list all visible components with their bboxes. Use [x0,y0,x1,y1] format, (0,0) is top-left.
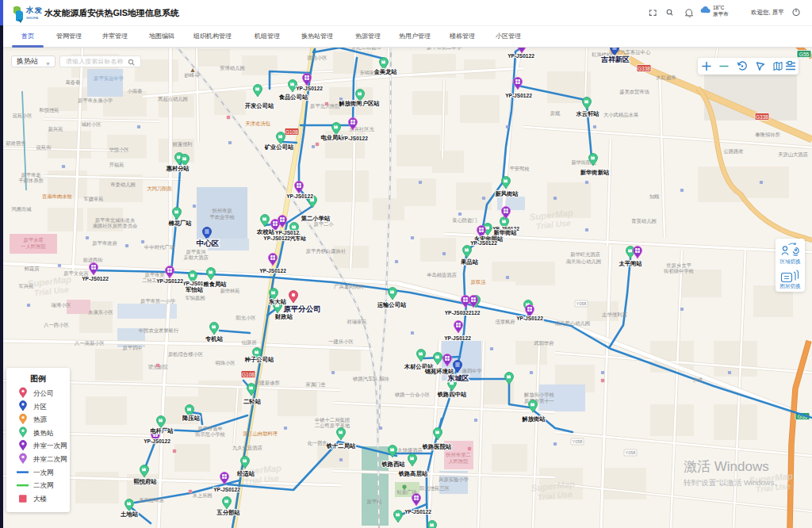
svg-text:盛美农贸市场: 盛美农贸市场 [619,89,649,95]
svg-text:G108: G108 [285,129,298,135]
svg-text:铁路高层站: 铁路高层站 [398,470,428,477]
svg-text:兴原实验小学: 兴原实验小学 [439,476,469,482]
svg-text:种子公司站: 种子公司站 [244,356,274,363]
svg-text:阳光小区: 阳光小区 [236,315,256,321]
svg-text:京都大酒店: 京都大酒店 [183,254,209,261]
svg-text:铁十二局站: 铁十二局站 [326,442,356,450]
svg-text:前进西街: 前进西街 [82,257,103,263]
svg-text:YP-JS0122: YP-JS0122 [286,193,313,199]
svg-text:军怡嘉园: 军怡嘉园 [185,295,205,301]
svg-text:原平市: 原平市 [713,11,729,17]
svg-text:棉花厂站: 棉花厂站 [167,220,192,227]
svg-text:文久快捷酒店: 文久快捷酒店 [393,447,423,453]
svg-text:一建乐小区: 一建乐小区 [328,339,354,345]
svg-text:原平市永康小学: 原平市永康小学 [78,98,113,104]
svg-text:YP-JS0122: YP-JS0122 [505,93,532,98]
svg-text:解放街站: 解放街站 [521,415,546,423]
svg-text:平安驾校: 平安驾校 [509,166,530,171]
svg-text:图层切换: 图层切换 [780,283,802,289]
svg-text:新华林苑: 新华林苑 [220,288,239,294]
svg-text:团结小区: 团结小区 [307,55,327,61]
svg-text:第二小学站: 第二小学站 [301,215,331,222]
svg-text:祥瑞家苑: 祥瑞家苑 [347,319,366,325]
svg-text:原平市第一小学: 原平市第一小学 [140,298,176,304]
svg-text:军嫂家苑: 军嫂家苑 [83,196,103,202]
svg-text:原双活: 原双活 [471,279,487,285]
svg-text:天津道汤包: 天津道汤包 [245,121,270,127]
svg-text:黄心防盗门: 黄心防盗门 [452,217,477,224]
svg-text:原平实达中学: 原平实达中学 [94,75,124,82]
svg-text:大小武精品水果: 大小武精品水果 [603,112,639,118]
svg-text:广兴薯药饲料: 广兴薯药饲料 [334,284,364,290]
svg-text:康四中学: 康四中学 [462,368,482,374]
svg-text:伍篁枫府: 伍篁枫府 [495,319,515,325]
svg-text:运输公司站: 运输公司站 [377,301,407,308]
svg-text:金美龙站: 金美龙站 [373,68,397,75]
svg-text:九久优选酒店: 九久优选酒店 [232,445,262,451]
svg-text:铁路汽车队.招待: 铁路汽车队.招待 [352,376,389,382]
svg-text:南关爱心幼儿园: 南关爱心幼儿园 [555,320,590,327]
svg-text:忻州市原: 忻州市原 [211,208,232,213]
svg-text:军怡站: 军怡站 [186,286,204,293]
svg-text:开发公司站: 开发公司站 [244,102,274,109]
svg-text:YP-JS0322122: YP-JS0322122 [445,310,481,316]
svg-text:设苑小区: 设苑小区 [12,113,33,119]
svg-text:二公司原平基地: 二公司原平基地 [315,423,350,428]
svg-text:熙悦府站: 熙悦府站 [133,478,157,485]
svg-text:安博幼儿园: 安博幼儿园 [220,65,244,71]
svg-text:土地站: 土地站 [120,511,139,518]
svg-text:YP-JS0122: YP-JS0122 [404,509,431,515]
svg-text:解放街小学校: 解放街小学校 [523,392,554,398]
svg-text:大同刀削面: 大同刀削面 [147,186,171,192]
svg-text:水发: 水发 [25,6,43,14]
svg-text:仙源居: 仙源居 [242,339,258,345]
svg-text:YP-JS0122: YP-JS0122 [82,276,109,281]
svg-text:忻州市第二: 忻州市第二 [445,452,470,457]
svg-text:军兴苑: 军兴苑 [19,283,34,289]
svg-text:果品站: 果品站 [460,258,479,266]
svg-text:小南巷: 小南巷 [128,88,143,94]
svg-text:G108: G108 [242,372,255,377]
svg-text:阳光佳苑三区: 阳光佳苑三区 [419,485,450,492]
svg-text:五分部站: 五分部站 [216,509,240,516]
svg-text:YP-JS0122: YP-JS0122 [296,86,323,91]
svg-text:原平二小: 原平二小 [313,221,334,227]
svg-text:街初级中学校: 街初级中学校 [664,268,694,274]
svg-text:大楼: 大楼 [33,495,48,503]
svg-text:二轻站: 二轻站 [243,398,262,405]
svg-text:热源: 热源 [33,415,48,423]
svg-text:康路社区居民委员会: 康路社区居民委员会 [93,223,138,229]
svg-text:片区: 片区 [33,403,47,411]
svg-text:原平市老: 原平市老 [21,172,41,178]
svg-text:水云轩站: 水云轩站 [575,110,599,117]
svg-text:中国农业发展银行: 中国农业发展银行 [139,327,179,334]
svg-text:一次网: 一次网 [33,469,54,476]
svg-text:区域切换: 区域切换 [780,258,802,265]
svg-text:高起点幼儿园: 高起点幼儿园 [158,96,188,102]
svg-text:瑞博小区: 瑞博小区 [51,302,71,308]
svg-text:志华便利店: 志华便利店 [601,312,627,318]
svg-text:妙峰寺: 妙峰寺 [185,72,201,78]
svg-text:城村小区: 城村小区 [81,121,102,128]
svg-text:Y058: Y058 [626,450,636,455]
svg-text:电杆厂站: 电杆厂站 [150,427,174,434]
svg-text:化一宿舍: 化一宿舍 [307,440,327,446]
svg-text:矿业公司站: 矿业公司站 [264,143,294,151]
svg-text:铁路西站: 铁路西站 [381,461,405,468]
svg-text:铁路四中站: 铁路四中站 [437,391,467,398]
svg-text:原平水塔: 原平水塔 [23,237,44,243]
svg-text:南关街心幼儿园: 南关街心幼儿园 [566,258,601,265]
svg-text:井室一次网: 井室一次网 [33,442,67,450]
svg-text:人民医院: 人民医院 [448,458,469,465]
svg-text:YP-JS0122: YP-JS0122 [341,136,368,141]
svg-text:泰隆招待所: 泰隆招待所 [755,132,780,138]
svg-text:SHUIFA: SHUIFA [26,16,38,20]
svg-text:专机站: 专机站 [205,335,224,342]
svg-text:街示范小学校: 街示范小学校 [195,431,225,438]
svg-text:蛋江山自助料理: 蛋江山自助料理 [243,430,278,437]
svg-text:世原乡太平: 世原乡太平 [666,262,691,268]
svg-text:YP-JS0122: YP-JS0122 [508,53,534,59]
svg-text:水上乐园: 水上乐园 [192,492,212,499]
svg-text:中中时代广场: 中中时代广场 [144,244,174,251]
svg-text:YP-JS0122: YP-JS0122 [144,438,170,444]
